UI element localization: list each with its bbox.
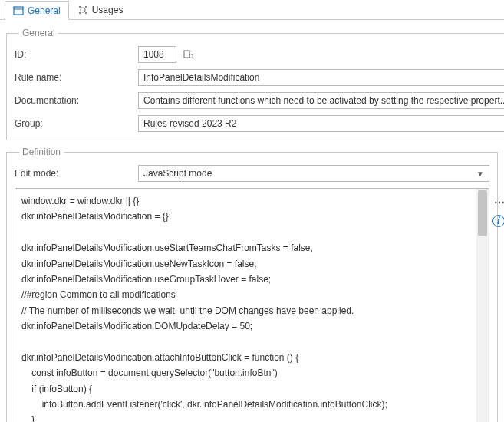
svg-rect-0	[14, 7, 23, 15]
documentation-select[interactable]: Contains different functions which need …	[138, 92, 504, 109]
svg-point-5	[79, 12, 81, 14]
definition-group: Definition Edit mode: JavaScript mode ▼ …	[6, 147, 498, 422]
tab-usages[interactable]: Usages	[69, 0, 132, 19]
group-label: Group:	[15, 118, 133, 129]
id-input[interactable]	[138, 46, 176, 63]
documentation-label: Documentation:	[15, 95, 133, 106]
group-select[interactable]: Rules revised 2023 R2 ▼	[138, 115, 504, 132]
scrollbar-thumb[interactable]	[478, 190, 487, 236]
tab-usages-label: Usages	[92, 5, 124, 15]
documentation-value: Contains different functions which need …	[143, 95, 504, 106]
svg-point-3	[79, 6, 81, 8]
rule-name-label: Rule name:	[15, 72, 133, 83]
edit-mode-select[interactable]: JavaScript mode ▼	[138, 165, 489, 182]
definition-legend: Definition	[19, 147, 64, 157]
more-options-button[interactable]: ⋯	[492, 196, 504, 209]
general-icon	[13, 5, 24, 16]
svg-line-9	[193, 58, 194, 59]
general-legend: General	[19, 28, 58, 38]
tab-general[interactable]: General	[5, 1, 69, 20]
svg-rect-7	[184, 51, 189, 58]
info-button[interactable]: i	[492, 214, 504, 228]
scrollbar[interactable]	[476, 189, 489, 422]
svg-point-6	[85, 12, 87, 14]
tab-general-label: General	[28, 5, 61, 16]
edit-mode-label: Edit mode:	[15, 168, 133, 179]
rule-name-input[interactable]	[138, 69, 504, 86]
svg-point-4	[85, 6, 87, 8]
svg-point-2	[81, 8, 85, 12]
usages-icon	[77, 5, 88, 15]
edit-mode-value: JavaScript mode	[143, 168, 212, 179]
general-group: General ID: Rule name: 文A Documentation:…	[6, 28, 504, 140]
code-editor-wrap: window.dkr = window.dkr || {} dkr.infoPa…	[15, 188, 489, 422]
tab-bar: General Usages	[0, 0, 504, 20]
code-editor[interactable]: window.dkr = window.dkr || {} dkr.infoPa…	[15, 189, 476, 422]
id-lookup-icon[interactable]	[181, 47, 196, 62]
id-label: ID:	[15, 49, 133, 60]
group-value: Rules revised 2023 R2	[143, 118, 236, 129]
side-toolbar: ⋯ i	[492, 196, 504, 228]
chevron-down-icon: ▼	[476, 170, 484, 178]
